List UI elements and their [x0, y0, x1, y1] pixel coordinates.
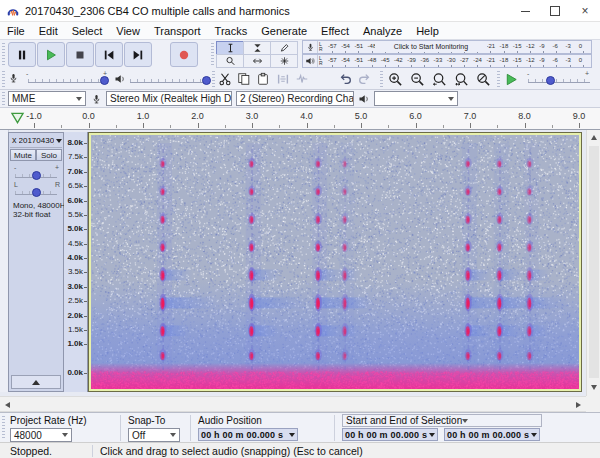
- redo-button[interactable]: [355, 70, 373, 88]
- device-toolbar-grip[interactable]: [2, 92, 5, 105]
- playspeed-toolbar-grip[interactable]: [497, 71, 500, 87]
- zoom-tool-button[interactable]: [216, 54, 244, 68]
- copy-button[interactable]: [235, 70, 253, 88]
- scroll-up-button[interactable]: [587, 130, 600, 144]
- menu-bar: FileEditSelectViewTransportTracksGenerat…: [0, 22, 600, 40]
- meter-scale-label: -30: [447, 57, 456, 63]
- zoom-in-button[interactable]: [385, 70, 405, 88]
- selection-start-field[interactable]: 00 h 00 m 00.000 s: [342, 428, 438, 441]
- scroll-left-button[interactable]: [0, 398, 14, 412]
- recording-volume-thumb[interactable]: [100, 76, 109, 85]
- chevron-down-icon: [448, 97, 454, 101]
- spectrogram-track[interactable]: [88, 132, 582, 392]
- vertical-scroll-thumb[interactable]: [589, 146, 599, 378]
- play-at-speed-button[interactable]: [501, 70, 521, 88]
- project-rate-select[interactable]: 48000: [10, 428, 72, 442]
- silence-audio-button[interactable]: [293, 70, 311, 88]
- fit-selection-button[interactable]: [429, 70, 449, 88]
- scroll-right-button[interactable]: [571, 398, 585, 412]
- record-meter-overlay[interactable]: Click to Start Monitoring: [375, 43, 487, 52]
- track-collapse-button[interactable]: [11, 375, 61, 389]
- playback-volume-thumb[interactable]: [202, 76, 211, 85]
- undo-button[interactable]: [336, 70, 354, 88]
- paste-button[interactable]: [254, 70, 272, 88]
- selection-range-mode-select[interactable]: Start and End of Selection: [342, 414, 542, 427]
- play-speed-slider[interactable]: [528, 79, 590, 83]
- title-bar[interactable]: 20170430_2306 CB4 CO multiple calls and …: [0, 0, 600, 22]
- skip-to-start-icon: [102, 48, 116, 62]
- pan-slider[interactable]: [15, 191, 57, 195]
- tools-toolbar-grip[interactable]: [211, 43, 214, 65]
- solo-button[interactable]: Solo: [36, 149, 62, 161]
- zoom-out-button[interactable]: [407, 70, 427, 88]
- spectrogram-canvas[interactable]: [91, 135, 579, 389]
- recording-meter[interactable]: LR -57-54-51-48-45-42-39-36-33-30-27-24-…: [302, 40, 592, 54]
- snap-to-select[interactable]: Off: [128, 428, 180, 442]
- zoom-toolbar-grip[interactable]: [380, 71, 383, 87]
- play-button[interactable]: [37, 42, 65, 67]
- gain-slider[interactable]: [15, 174, 57, 178]
- minimize-button[interactable]: [510, 0, 540, 22]
- timeline-scale[interactable]: -1.00.01.02.03.04.05.06.07.08.09.0: [0, 108, 600, 129]
- frequency-ruler[interactable]: 8.0k7.5k7.0k6.5k6.0k5.5k5.0k4.5k4.0k3.5k…: [64, 132, 88, 392]
- edit-toolbar-grip[interactable]: [212, 71, 215, 87]
- draw-tool-icon: [279, 43, 290, 53]
- maximize-button[interactable]: [540, 0, 570, 22]
- timeline[interactable]: -1.00.01.02.03.04.05.06.07.08.09.0: [0, 108, 600, 130]
- play-speed-thumb[interactable]: [546, 76, 555, 85]
- menu-select[interactable]: Select: [65, 25, 110, 37]
- zoom-toggle-button[interactable]: [473, 70, 493, 88]
- menu-generate[interactable]: Generate: [254, 25, 314, 37]
- transport-toolbar-grip[interactable]: [2, 43, 5, 65]
- timeline-tick: [34, 123, 35, 128]
- envelope-tool-button[interactable]: [243, 41, 271, 55]
- scroll-down-button[interactable]: [587, 380, 600, 394]
- frequency-tick: [84, 287, 87, 288]
- stop-button[interactable]: [66, 42, 94, 67]
- draw-tool-button[interactable]: [270, 41, 298, 55]
- track-close-button[interactable]: x: [10, 136, 19, 145]
- gain-thumb[interactable]: [32, 171, 41, 180]
- track-menu-icon[interactable]: [56, 139, 62, 143]
- menu-transport[interactable]: Transport: [147, 25, 208, 37]
- track-control-panel[interactable]: x 20170430_2 Mute Solo - + L R Mono, 480…: [8, 132, 64, 392]
- menu-file[interactable]: File: [0, 25, 32, 37]
- menu-view[interactable]: View: [109, 25, 147, 37]
- timeline-tick: [170, 125, 171, 128]
- menu-analyze[interactable]: Analyze: [356, 25, 409, 37]
- recording-channels-select[interactable]: 2 (Stereo) Recording Chann: [236, 91, 354, 106]
- audio-position-field[interactable]: 00 h 00 m 00.000 s: [198, 428, 298, 441]
- mute-button[interactable]: Mute: [10, 149, 36, 161]
- horizontal-scrollbar[interactable]: [0, 396, 586, 412]
- playback-device-select[interactable]: [374, 91, 458, 106]
- menu-edit[interactable]: Edit: [32, 25, 65, 37]
- scroll-up-icon: [591, 135, 597, 140]
- pause-button[interactable]: [8, 42, 36, 67]
- selection-toolbar-grip[interactable]: [2, 416, 5, 440]
- skip-to-start-button[interactable]: [95, 42, 123, 67]
- menu-tracks[interactable]: Tracks: [208, 25, 255, 37]
- selection-tool-button[interactable]: [216, 41, 244, 55]
- recording-device-select[interactable]: Stereo Mix (Realtek High De: [106, 91, 232, 106]
- meter-tick: [530, 51, 531, 53]
- vertical-scrollbar[interactable]: [586, 130, 600, 396]
- playback-volume-slider[interactable]: [130, 79, 208, 83]
- playback-meter[interactable]: LR -57-54-51-48-45-42-39-36-33-30-27-24-…: [302, 54, 592, 68]
- menu-help[interactable]: Help: [409, 25, 446, 37]
- recording-volume-slider[interactable]: [28, 79, 108, 83]
- selection-end-field[interactable]: 00 h 00 m 00.000 s: [444, 428, 540, 441]
- multi-tool-button[interactable]: [270, 54, 298, 68]
- audio-host-select[interactable]: MME: [8, 91, 86, 106]
- menu-effect[interactable]: Effect: [314, 25, 356, 37]
- skip-to-end-button[interactable]: [124, 42, 152, 67]
- time-shift-tool-button[interactable]: [243, 54, 271, 68]
- pan-thumb[interactable]: [32, 188, 41, 197]
- trim-audio-button[interactable]: [274, 70, 292, 88]
- close-button[interactable]: ×: [570, 0, 600, 22]
- mixer-toolbar-grip[interactable]: [2, 71, 5, 87]
- playback-meter-channels: LR: [318, 55, 327, 67]
- record-button[interactable]: [170, 42, 198, 67]
- fit-project-button[interactable]: [451, 70, 471, 88]
- cut-button[interactable]: [216, 70, 234, 88]
- track-name[interactable]: 20170430_2: [19, 136, 55, 145]
